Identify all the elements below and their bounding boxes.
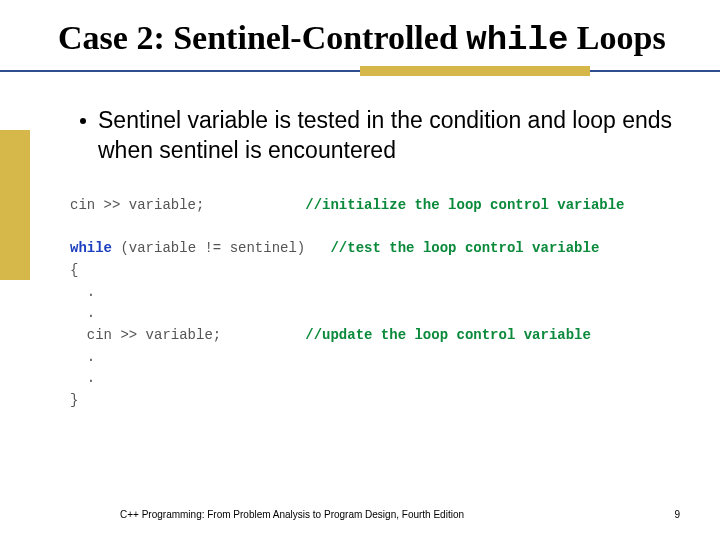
code-l3: { xyxy=(70,260,720,282)
code-l6pad xyxy=(221,327,305,343)
code-l2pad xyxy=(305,240,330,256)
code-l6c: //update the loop control variable xyxy=(305,327,591,343)
title-rule xyxy=(0,64,720,82)
title-mono: while xyxy=(466,21,568,59)
side-gold-bar xyxy=(0,130,30,280)
rule-gold-bar xyxy=(360,66,590,76)
bullet-block: Sentinel variable is tested in the condi… xyxy=(0,82,720,165)
slide-title: Case 2: Sentinel-Controlled while Loops xyxy=(58,18,720,60)
page-number: 9 xyxy=(674,509,680,520)
code-l1pad xyxy=(204,197,305,213)
code-l7: . xyxy=(70,347,720,369)
title-prefix: Case 2: Sentinel-Controlled xyxy=(58,19,466,56)
code-l1a: cin >> variable; xyxy=(70,197,204,213)
bullet-dot-icon xyxy=(80,118,86,124)
code-l2b: (variable != sentinel) xyxy=(112,240,305,256)
code-l9: } xyxy=(70,390,720,412)
code-l5: . xyxy=(70,303,720,325)
code-l1c: //initialize the loop control variable xyxy=(305,197,624,213)
code-l2c: //test the loop control variable xyxy=(330,240,599,256)
code-blank xyxy=(70,217,720,239)
code-l8: . xyxy=(70,368,720,390)
code-l6a: cin >> variable; xyxy=(70,327,221,343)
code-block: cin >> variable; //initialize the loop c… xyxy=(0,165,720,412)
bullet-text: Sentinel variable is tested in the condi… xyxy=(98,106,680,165)
title-suffix: Loops xyxy=(568,19,665,56)
code-l4: . xyxy=(70,282,720,304)
footer: C++ Programming: From Problem Analysis t… xyxy=(0,509,720,520)
footer-text: C++ Programming: From Problem Analysis t… xyxy=(120,509,464,520)
code-l2a: while xyxy=(70,240,112,256)
